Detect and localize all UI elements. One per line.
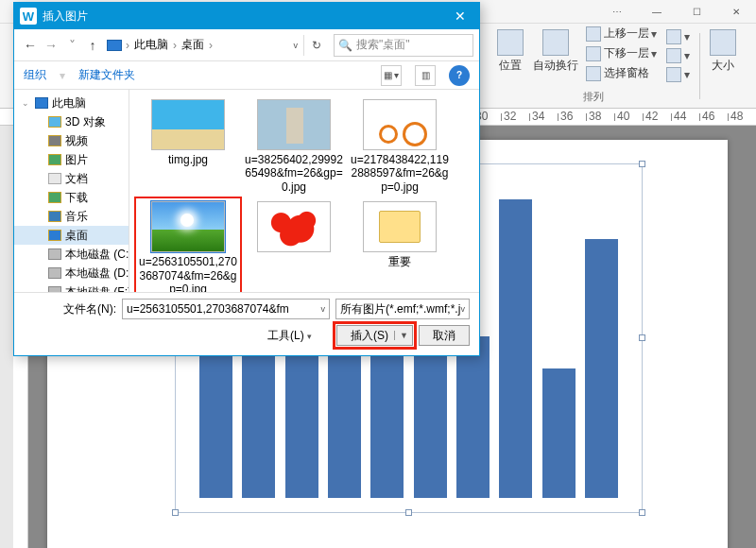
crumb-location[interactable]: 桌面 [180, 37, 205, 53]
group-button[interactable]: ▾ [662, 46, 694, 65]
insert-button[interactable]: 插入(S)▼ [336, 325, 413, 346]
position-button[interactable]: 位置 [491, 24, 529, 84]
file-thumbnail [257, 99, 331, 150]
nav-up-level-button[interactable]: ↑ [82, 35, 103, 56]
position-icon [497, 29, 524, 56]
dialog-toolbar: 组织 ▾ 新建文件夹 ▦ ▾ ▥ ? [14, 61, 479, 90]
tree-3d-objects[interactable]: 3D 对象 [14, 112, 129, 131]
tree-videos[interactable]: 视频 [14, 131, 129, 150]
file-thumbnail [151, 99, 225, 150]
file-list[interactable]: timg.jpgu=38256402,2999265498&fm=26&gp=0… [129, 90, 479, 292]
bar [499, 199, 532, 498]
filename-label: 文件名(N): [24, 301, 116, 317]
nav-forward-button[interactable]: → [41, 35, 61, 56]
pane-label: 选择窗格 [604, 65, 649, 81]
file-item[interactable]: 重要 [347, 197, 453, 292]
dialog-nav-bar: ← → ˅ ↑ › 此电脑 › 桌面 › v ↻ 🔍 搜索"桌面" [14, 29, 479, 61]
new-folder-button[interactable]: 新建文件夹 [78, 67, 135, 83]
file-item[interactable]: u=38256402,2999265498&fm=26&gp=0.jpg [241, 95, 347, 197]
organize-button[interactable]: 组织 [24, 67, 46, 83]
arrange-group-label: 排列 [491, 90, 696, 106]
wrap-text-button[interactable]: 自动换行 [529, 24, 582, 84]
backward-icon [586, 46, 601, 61]
dialog-title: 插入图片 [43, 9, 88, 25]
crumb-dropdown[interactable]: v [294, 41, 299, 50]
crumb-pc[interactable]: 此电脑 [133, 37, 169, 53]
resize-handle[interactable] [172, 509, 179, 516]
file-thumbnail [363, 201, 437, 252]
tree-documents[interactable]: 文档 [14, 169, 129, 188]
tree-drive-c[interactable]: 本地磁盘 (C:) [14, 245, 129, 264]
size-icon [710, 29, 736, 56]
filename-input[interactable]: u=2563105501,2703687074&fmv [122, 299, 330, 319]
wrap-icon [542, 29, 569, 56]
bring-forward-button[interactable]: 上移一层▾ [582, 24, 661, 43]
file-thumbnail [363, 99, 437, 150]
resize-handle[interactable] [639, 334, 645, 341]
backward-label: 下移一层 [604, 45, 649, 61]
dialog-titlebar[interactable]: W 插入图片 ✕ [14, 3, 479, 29]
forward-label: 上移一层 [604, 26, 649, 42]
nav-up-button[interactable]: ˅ [61, 35, 82, 56]
send-backward-button[interactable]: 下移一层▾ [582, 43, 661, 63]
tree-pictures[interactable]: 图片 [14, 150, 129, 169]
wrap-label: 自动换行 [533, 58, 578, 74]
file-name: u=2178438422,1192888597&fm=26&gp=0.jpg [349, 153, 451, 194]
tree-this-pc[interactable]: ⌄此电脑 [14, 94, 129, 112]
size-button[interactable]: 大小 [704, 24, 742, 76]
file-thumbnail [257, 201, 331, 252]
search-input[interactable]: 🔍 搜索"桌面" [334, 34, 473, 57]
search-placeholder: 搜索"桌面" [356, 37, 410, 53]
dialog-close-button[interactable]: ✕ [441, 3, 479, 29]
dialog-footer: 文件名(N): u=2563105501,2703687074&fmv 所有图片… [14, 292, 479, 355]
maximize-button[interactable]: ☐ [677, 0, 716, 24]
tree-drive-d[interactable]: 本地磁盘 (D:) [14, 264, 129, 283]
file-name: u=2563105501,2703687074&fm=26&gp=0.jpg [137, 255, 239, 292]
align-button[interactable]: ▾ [662, 27, 694, 46]
resize-handle[interactable] [639, 161, 645, 167]
file-item[interactable]: u=2178438422,1192888597&fm=26&gp=0.jpg [347, 95, 453, 197]
file-item[interactable]: timg.jpg [135, 95, 241, 197]
size-label: 大小 [712, 58, 734, 74]
tree-desktop[interactable]: 桌面 [14, 226, 129, 245]
tree-drive-f[interactable]: 本地磁盘 (F:) [14, 283, 129, 292]
nav-back-button[interactable]: ← [20, 35, 41, 56]
position-label: 位置 [499, 58, 522, 74]
rotate-icon [666, 67, 681, 82]
file-item[interactable] [241, 197, 347, 292]
filetype-filter[interactable]: 所有图片(*.emf;*.wmf;*.jpg;*.jpv [335, 299, 470, 319]
help-button[interactable]: ? [449, 65, 470, 86]
view-mode-button[interactable]: ▦ ▾ [381, 65, 402, 86]
minimize-button[interactable]: — [637, 0, 677, 24]
word-options-button[interactable]: ⋯ [597, 0, 637, 24]
ribbon-group-size: 大小 [704, 24, 742, 108]
close-button[interactable]: ✕ [716, 0, 756, 24]
tree-downloads[interactable]: 下载 [14, 188, 129, 207]
pc-icon [107, 40, 122, 51]
insert-picture-dialog: W 插入图片 ✕ ← → ˅ ↑ › 此电脑 › 桌面 › v ↻ 🔍 搜索"桌… [13, 2, 480, 356]
ribbon-separator [699, 33, 700, 99]
preview-pane-button[interactable]: ▥ [415, 65, 436, 86]
resize-handle[interactable] [405, 509, 412, 516]
breadcrumb[interactable]: › 此电脑 › 桌面 › [107, 37, 214, 53]
resize-handle[interactable] [639, 509, 645, 516]
refresh-button[interactable]: ↻ [303, 35, 328, 56]
tree-music[interactable]: 音乐 [14, 207, 129, 226]
align-icon [666, 29, 681, 44]
word-app-icon: W [20, 8, 37, 25]
cancel-button[interactable]: 取消 [419, 325, 470, 346]
bar [456, 336, 490, 499]
bar [285, 352, 318, 498]
folder-tree[interactable]: ⌄此电脑 3D 对象 视频 图片 文档 下载 音乐 桌面 本地磁盘 (C:) 本… [14, 90, 129, 292]
bar [585, 239, 618, 498]
selection-pane-button[interactable]: 选择窗格 [582, 63, 661, 83]
pane-icon [586, 66, 601, 81]
tools-button[interactable]: 工具(L) ▾ [267, 328, 312, 344]
group-icon [666, 48, 681, 63]
file-name: 重要 [388, 255, 411, 268]
bar [542, 368, 576, 498]
rotate-button[interactable]: ▾ [662, 65, 694, 84]
file-name: u=38256402,2999265498&fm=26&gp=0.jpg [243, 153, 345, 194]
forward-icon [586, 26, 601, 42]
file-item[interactable]: u=2563105501,2703687074&fm=26&gp=0.jpg [135, 197, 241, 292]
